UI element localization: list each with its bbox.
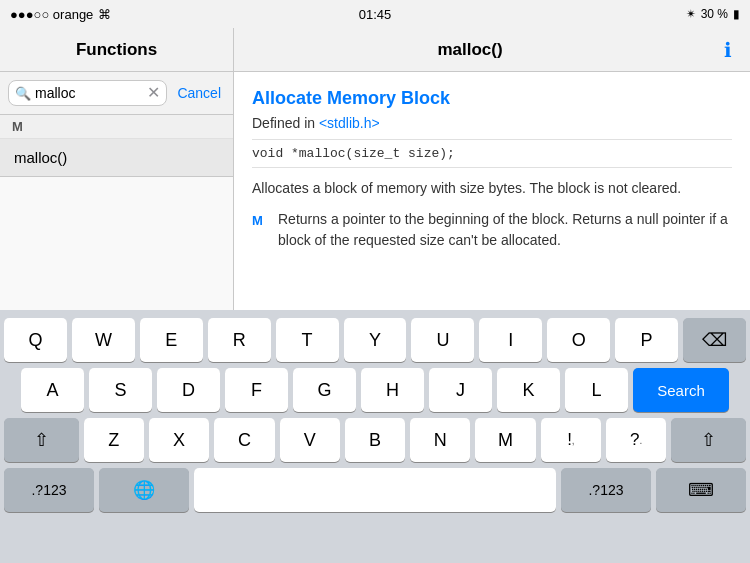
info-icon: ℹ	[724, 38, 732, 62]
content-defined: Defined in <stdlib.h>	[252, 115, 732, 131]
key-q[interactable]: Q	[4, 318, 67, 362]
key-d[interactable]: D	[157, 368, 220, 412]
key-hide-keyboard[interactable]: ⌨	[656, 468, 746, 512]
key-y[interactable]: Y	[344, 318, 407, 362]
key-t[interactable]: T	[276, 318, 339, 362]
key-v[interactable]: V	[280, 418, 340, 462]
key-search[interactable]: Search	[633, 368, 729, 412]
key-h[interactable]: H	[361, 368, 424, 412]
key-j[interactable]: J	[429, 368, 492, 412]
carrier-text: ●●●○○ orange	[10, 7, 93, 22]
status-right: ✴ 30 % ▮	[686, 7, 740, 21]
stdlib-link[interactable]: <stdlib.h>	[319, 115, 380, 131]
bluetooth-icon: ✴	[686, 7, 696, 21]
keyboard-row-3: ⇧ Z X C V B N M !, ?. ⇧	[4, 418, 746, 462]
key-numbers[interactable]: .?123	[4, 468, 94, 512]
battery-icon: ▮	[733, 7, 740, 21]
clear-button[interactable]: ✕	[147, 85, 160, 101]
key-numbers-2[interactable]: .?123	[561, 468, 651, 512]
content-title: Allocate Memory Block	[252, 88, 732, 109]
status-left: ●●●○○ orange ⌘	[10, 7, 111, 22]
content-area: Allocate Memory Block Defined in <stdlib…	[234, 72, 750, 310]
list-item-malloc[interactable]: malloc()	[0, 139, 233, 177]
key-u[interactable]: U	[411, 318, 474, 362]
key-n[interactable]: N	[410, 418, 470, 462]
key-shift-left[interactable]: ⇧	[4, 418, 79, 462]
content-return-text: Returns a pointer to the beginning of th…	[278, 209, 732, 251]
key-c[interactable]: C	[214, 418, 274, 462]
keyboard: Q W E R T Y U I O P ⌫ A S D F G H J K L …	[0, 310, 750, 563]
key-b[interactable]: B	[345, 418, 405, 462]
key-exclaim[interactable]: !,	[541, 418, 601, 462]
key-f[interactable]: F	[225, 368, 288, 412]
section-header-m: M	[0, 115, 233, 139]
content-description: Allocates a block of memory with size by…	[252, 178, 732, 199]
key-p[interactable]: P	[615, 318, 678, 362]
keyboard-row-4: .?123 🌐 .?123 ⌨	[4, 468, 746, 512]
key-z[interactable]: Z	[84, 418, 144, 462]
m-badge: M	[252, 211, 268, 251]
key-k[interactable]: K	[497, 368, 560, 412]
content-return-row: M Returns a pointer to the beginning of …	[252, 209, 732, 251]
key-r[interactable]: R	[208, 318, 271, 362]
battery-text: 30 %	[701, 7, 728, 21]
wifi-icon: ⌘	[98, 7, 111, 22]
key-s[interactable]: S	[89, 368, 152, 412]
key-globe[interactable]: 🌐	[99, 468, 189, 512]
nav-title-functions: Functions	[0, 28, 234, 71]
search-input[interactable]	[35, 85, 143, 101]
main-area: 🔍 ✕ Cancel M malloc() Allocate Memory Bl…	[0, 72, 750, 310]
key-g[interactable]: G	[293, 368, 356, 412]
key-m[interactable]: M	[475, 418, 535, 462]
content-signature: void *malloc(size_t size);	[252, 139, 732, 168]
search-icon: 🔍	[15, 86, 31, 101]
keyboard-row-1: Q W E R T Y U I O P ⌫	[4, 318, 746, 362]
status-time: 01:45	[359, 7, 392, 22]
key-w[interactable]: W	[72, 318, 135, 362]
nav-bar: Functions malloc() ℹ	[0, 28, 750, 72]
key-x[interactable]: X	[149, 418, 209, 462]
status-bar: ●●●○○ orange ⌘ 01:45 ✴ 30 % ▮	[0, 0, 750, 28]
nav-title-malloc: malloc()	[234, 40, 706, 60]
key-l[interactable]: L	[565, 368, 628, 412]
info-button[interactable]: ℹ	[706, 38, 750, 62]
key-backspace[interactable]: ⌫	[683, 318, 746, 362]
sidebar: 🔍 ✕ Cancel M malloc()	[0, 72, 234, 310]
key-space[interactable]	[194, 468, 556, 512]
cancel-button[interactable]: Cancel	[173, 85, 225, 101]
key-e[interactable]: E	[140, 318, 203, 362]
key-a[interactable]: A	[21, 368, 84, 412]
search-bar: 🔍 ✕ Cancel	[0, 72, 233, 115]
keyboard-row-2: A S D F G H J K L Search	[4, 368, 746, 412]
key-i[interactable]: I	[479, 318, 542, 362]
key-shift-right[interactable]: ⇧	[671, 418, 746, 462]
key-question[interactable]: ?.	[606, 418, 666, 462]
key-o[interactable]: O	[547, 318, 610, 362]
search-input-wrapper: 🔍 ✕	[8, 80, 167, 106]
